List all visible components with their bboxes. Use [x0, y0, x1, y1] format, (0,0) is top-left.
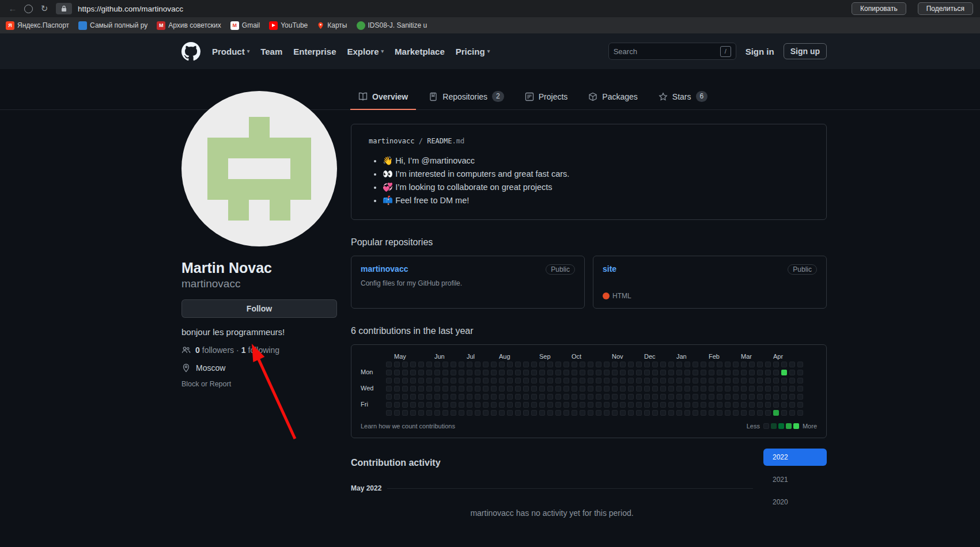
contribution-cell[interactable] [636, 402, 642, 408]
contribution-cell[interactable] [499, 394, 505, 400]
contribution-cell[interactable] [394, 386, 400, 392]
contribution-cell[interactable] [644, 410, 650, 416]
contribution-cell[interactable] [709, 362, 714, 367]
contribution-cell[interactable] [434, 410, 440, 416]
contribution-cell[interactable] [733, 378, 739, 383]
contribution-cell[interactable] [797, 386, 803, 392]
contribution-cell[interactable] [402, 386, 408, 392]
contribution-cell[interactable] [636, 370, 642, 375]
contribution-cell[interactable] [451, 378, 456, 383]
contribution-cell[interactable] [701, 370, 706, 375]
nav-pricing[interactable]: Pricing▾ [456, 47, 490, 56]
contribution-cell[interactable] [701, 386, 706, 392]
block-or-report-link[interactable]: Block or Report [181, 380, 337, 388]
contribution-cell[interactable] [717, 370, 722, 375]
contribution-cell[interactable] [442, 362, 448, 367]
contribution-cell[interactable] [725, 378, 731, 383]
contribution-cell[interactable] [668, 410, 674, 416]
contribution-cell[interactable] [668, 370, 674, 375]
bookmark-youtube[interactable]: YouTube [269, 21, 308, 30]
contribution-cell[interactable] [563, 386, 569, 392]
contribution-cell[interactable] [580, 402, 585, 408]
contribution-cell[interactable] [426, 370, 432, 375]
contribution-cell[interactable] [523, 386, 529, 392]
contribution-cell[interactable] [693, 362, 698, 367]
contribution-cell[interactable] [773, 386, 779, 392]
contribution-cell[interactable] [426, 386, 432, 392]
contribution-cell[interactable] [459, 362, 464, 367]
contribution-cell[interactable] [660, 370, 666, 375]
contribution-cell[interactable] [491, 402, 497, 408]
contribution-cell[interactable] [499, 402, 505, 408]
contribution-cell[interactable] [676, 378, 682, 383]
contribution-cell[interactable] [386, 410, 392, 416]
contribution-cell[interactable] [741, 410, 747, 416]
contribution-cell[interactable] [717, 410, 722, 416]
contribution-cell[interactable] [789, 386, 795, 392]
contribution-cell[interactable] [789, 370, 795, 375]
contribution-cell[interactable] [475, 394, 480, 400]
contribution-cell[interactable] [797, 362, 803, 367]
contribution-cell[interactable] [789, 362, 795, 367]
contribution-cell[interactable] [797, 402, 803, 408]
share-button[interactable]: Поделиться [918, 2, 973, 15]
contribution-cell[interactable] [547, 394, 553, 400]
contribution-cell[interactable] [547, 386, 553, 392]
contribution-cell[interactable] [652, 362, 658, 367]
contribution-cell[interactable] [442, 402, 448, 408]
contribution-cell[interactable] [757, 386, 763, 392]
sign-up-button[interactable]: Sign up [784, 43, 827, 59]
contribution-cell[interactable] [531, 370, 537, 375]
contribution-cell[interactable] [531, 394, 537, 400]
contribution-cell[interactable] [523, 394, 529, 400]
contribution-cell[interactable] [572, 386, 577, 392]
contribution-cell[interactable] [418, 362, 424, 367]
contribution-cell[interactable] [402, 410, 408, 416]
contribution-cell[interactable] [668, 378, 674, 383]
contribution-cell[interactable] [733, 402, 739, 408]
contribution-cell[interactable] [676, 394, 682, 400]
github-logo-icon[interactable] [181, 42, 200, 61]
copy-url-button[interactable]: Копировать [852, 2, 906, 15]
contribution-cell[interactable] [684, 386, 690, 392]
contribution-cell[interactable] [539, 378, 545, 383]
contribution-cell[interactable] [451, 410, 456, 416]
contribution-cell[interactable] [434, 402, 440, 408]
contribution-cell[interactable] [693, 370, 698, 375]
contribution-cell[interactable] [749, 402, 755, 408]
contribution-cell[interactable] [451, 386, 456, 392]
contribution-cell[interactable] [507, 378, 513, 383]
search-input[interactable] [614, 47, 720, 56]
contribution-cell[interactable] [531, 410, 537, 416]
contribution-cell[interactable] [620, 394, 626, 400]
contribution-cell[interactable] [386, 370, 392, 375]
contribution-cell[interactable] [523, 378, 529, 383]
contribution-cell[interactable] [757, 370, 763, 375]
contribution-cell[interactable] [507, 402, 513, 408]
contribution-cell[interactable] [459, 386, 464, 392]
contribution-cell[interactable] [660, 362, 666, 367]
contribution-cell[interactable] [588, 378, 593, 383]
contribution-cell[interactable] [394, 378, 400, 383]
contribution-cell[interactable] [612, 394, 618, 400]
contribution-cell[interactable] [781, 386, 787, 392]
contribution-cell[interactable] [604, 410, 610, 416]
sign-in-link[interactable]: Sign in [746, 47, 774, 56]
contribution-cell[interactable] [789, 378, 795, 383]
contribution-cell[interactable] [434, 378, 440, 383]
contribution-cell[interactable] [483, 394, 489, 400]
readme-file-name[interactable]: README [427, 137, 452, 145]
contribution-cell[interactable] [572, 370, 577, 375]
contribution-cell[interactable] [693, 402, 698, 408]
contribution-cell[interactable] [402, 402, 408, 408]
contribution-cell[interactable] [773, 378, 779, 383]
contribution-cell[interactable] [563, 378, 569, 383]
contribution-cell[interactable] [709, 410, 714, 416]
contribution-cell[interactable] [596, 378, 601, 383]
contribution-cell[interactable] [555, 386, 561, 392]
contribution-cell[interactable] [733, 386, 739, 392]
contribution-cell[interactable] [596, 362, 601, 367]
contribution-cell[interactable] [628, 370, 634, 375]
bookmark-archive[interactable]: М Архив советских [157, 21, 221, 30]
contribution-cell[interactable] [523, 402, 529, 408]
